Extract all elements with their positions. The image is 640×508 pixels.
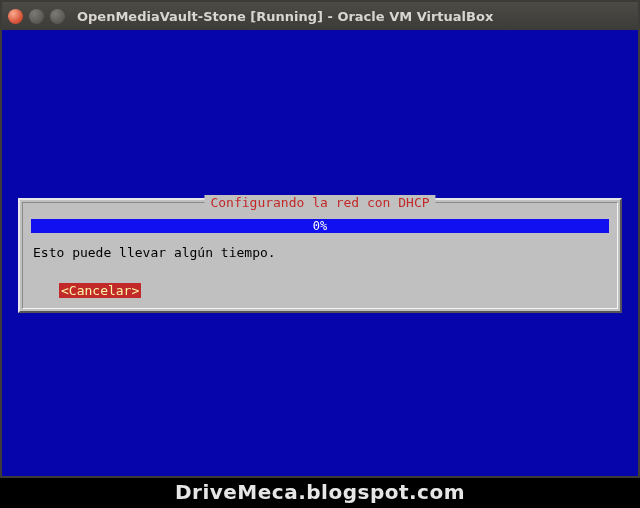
dialog-inner: Configurando la red con DHCP 0% Esto pue… <box>22 202 618 309</box>
watermark-text: DriveMeca.blogspot.com <box>0 480 640 504</box>
dialog-message: Esto puede llevar algún tiempo. <box>33 245 276 260</box>
maximize-icon[interactable] <box>50 9 65 24</box>
minimize-icon[interactable] <box>29 9 44 24</box>
window-title: OpenMediaVault-Stone [Running] - Oracle … <box>77 9 493 24</box>
dialog-title: Configurando la red con DHCP <box>204 195 435 210</box>
progress-bar: 0% <box>31 219 609 233</box>
virtualbox-window: OpenMediaVault-Stone [Running] - Oracle … <box>0 0 640 478</box>
window-titlebar[interactable]: OpenMediaVault-Stone [Running] - Oracle … <box>2 2 638 30</box>
vm-screen: Configurando la red con DHCP 0% Esto pue… <box>2 30 638 476</box>
cancel-button[interactable]: <Cancelar> <box>59 283 141 298</box>
progress-label: 0% <box>313 219 327 233</box>
close-icon[interactable] <box>8 9 23 24</box>
installer-dialog: Configurando la red con DHCP 0% Esto pue… <box>18 198 622 313</box>
